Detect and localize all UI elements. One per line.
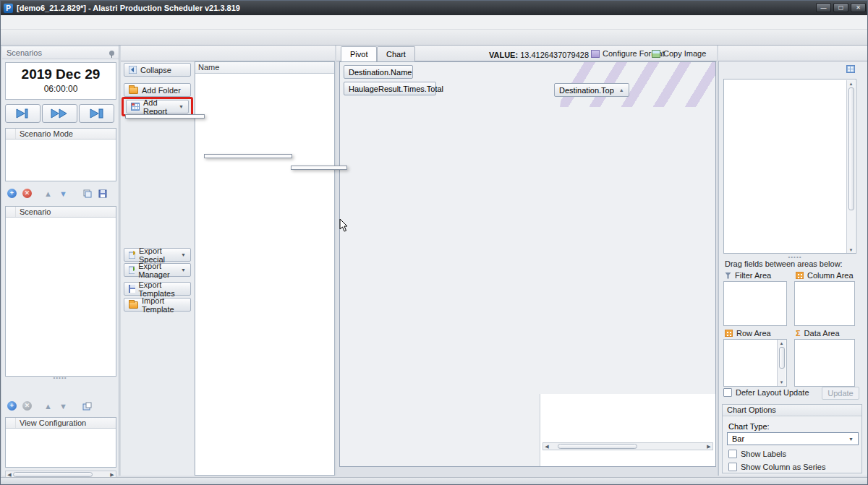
move-down-button[interactable]: ▼ <box>56 187 70 199</box>
splitter-right[interactable] <box>717 46 718 476</box>
play-to-end-button[interactable] <box>79 104 114 123</box>
report-icon <box>131 103 140 111</box>
copy-image-icon <box>652 50 660 58</box>
folder-icon <box>129 87 138 94</box>
scenarios-panel: Scenarios 2019 Dec 29 06:00:00 Scenari <box>2 46 119 476</box>
scenario-list-header: Scenario <box>16 207 51 217</box>
add-folder-button[interactable]: Add Folder <box>124 83 191 97</box>
schedule-time: 06:00:00 <box>6 84 116 94</box>
move-up-button[interactable]: ▲ <box>41 187 55 199</box>
report-actions-panel: Collapse Add Folder Add Report ▼ Export … <box>121 61 194 476</box>
tab-pivot[interactable]: Pivot <box>341 46 377 61</box>
copy-image-button[interactable]: Copy Image <box>652 49 706 58</box>
export-manager-button[interactable]: Export Manager ▼ <box>124 263 191 277</box>
column-area-header: Column Area <box>796 271 854 280</box>
splitter-grip[interactable]: ••••• <box>46 374 75 381</box>
bottom-tab-bar <box>5 382 119 398</box>
collapse-button[interactable]: Collapse <box>124 63 191 77</box>
field-folder-list: ▲▼ <box>723 79 856 254</box>
sigma-icon: Σ <box>796 329 801 338</box>
field-chooser-button[interactable] <box>843 63 857 75</box>
add-scenario-button[interactable]: + <box>5 187 19 199</box>
filter-area-icon <box>725 272 731 279</box>
fast-forward-button[interactable] <box>42 104 77 123</box>
minimize-button[interactable]: — <box>816 3 831 12</box>
mouse-cursor <box>339 219 349 233</box>
show-labels-checkbox[interactable] <box>728 450 737 458</box>
app-logo-icon: P <box>4 4 13 13</box>
add-report-highlight: Add Report ▼ <box>122 97 193 116</box>
tab-chart[interactable]: Chart <box>377 46 415 61</box>
scenario-table: Scenario <box>5 206 116 377</box>
window-bottom-edge <box>1 477 868 485</box>
view-config-table: View Configuration <box>5 417 116 468</box>
show-labels-row: Show Labels <box>728 450 786 458</box>
play-to-end-icon <box>89 108 105 119</box>
splitter-left[interactable] <box>119 46 121 476</box>
row-area-scrollbar[interactable]: ▲▼ <box>777 340 786 386</box>
row-area-icon <box>725 330 733 337</box>
add-view-config-button[interactable]: + <box>5 400 19 412</box>
chart-type-select[interactable]: Bar▼ <box>727 432 859 445</box>
column-area-box[interactable] <box>794 281 855 326</box>
update-button[interactable]: Update <box>822 387 859 400</box>
report-tree: Name <box>195 61 335 476</box>
view-config-toolbar: + ✕ ▲ ▼ <box>5 400 94 412</box>
view-config-up-button[interactable]: ▲ <box>41 400 55 412</box>
export-templates-icon <box>129 285 135 293</box>
pin-icon[interactable] <box>109 51 114 56</box>
maximize-button[interactable]: ▢ <box>833 3 848 12</box>
schedule-clock: 2019 Dec 29 06:00:00 <box>5 62 116 100</box>
import-template-button[interactable]: Import Template <box>124 298 191 312</box>
step-forward-button[interactable] <box>5 104 41 123</box>
show-column-as-series-checkbox[interactable] <box>728 463 737 471</box>
app-window: P [demo6_21.2.829*] - Alastri Production… <box>0 0 868 485</box>
export-templates-button[interactable]: Export Templates <box>124 282 191 296</box>
scenario-toolbar: + ✕ ▲ ▼ <box>5 187 109 199</box>
row-area-box[interactable]: ▲▼ <box>723 339 787 387</box>
splitter-tree[interactable] <box>335 46 336 476</box>
configure-format-icon <box>591 50 600 58</box>
show-column-as-series-row: Show Column as Series <box>728 463 825 471</box>
filter-area-header: Filter Area <box>725 271 771 280</box>
movements-submenu <box>204 154 292 158</box>
field-list-panel: ▲▼ ••••• Drag fields between areas below… <box>718 61 867 476</box>
pivot-body: Destination.Name HaulageResult.Times.Tot… <box>339 61 716 467</box>
delete-scenario-button[interactable]: ✕ <box>20 187 34 199</box>
export-special-icon <box>129 251 135 259</box>
playback-controls <box>5 104 116 124</box>
pivot-dataarea-empty <box>540 394 715 466</box>
column-field-destination-top[interactable]: Destination.Top▲ <box>554 83 629 97</box>
window-title: [demo6_21.2.829*] - Alastri Production S… <box>17 4 240 12</box>
filter-area-box[interactable] <box>723 281 787 326</box>
data-area-box[interactable] <box>794 339 855 387</box>
import-folder-icon <box>129 301 138 309</box>
add-report-menu <box>125 114 205 119</box>
scenario-mode-header: Scenario Mode <box>16 129 73 139</box>
tree-name-header[interactable]: Name <box>195 62 334 74</box>
content: Scenarios 2019 Dec 29 06:00:00 Scenari <box>1 46 868 477</box>
collapse-icon <box>129 66 137 74</box>
data-field-haulageresult-times-total[interactable]: HaulageResult.Times.Total <box>344 82 436 95</box>
save-scenario-button[interactable] <box>95 187 109 199</box>
export-special-button[interactable]: Export Special ▼ <box>124 248 191 262</box>
export-view-config-button[interactable] <box>80 400 94 412</box>
drag-hint: Drag fields between areas below: <box>725 259 843 268</box>
close-button[interactable]: ✕ <box>851 3 866 12</box>
schedule-date: 2019 Dec 29 <box>6 66 116 82</box>
pivot-hscrollbar[interactable]: ◀▶ <box>542 442 713 450</box>
chart-type-label: Chart Type: <box>728 422 770 431</box>
row-area-header: Row Area <box>725 329 771 338</box>
filter-field-destination-name[interactable]: Destination.Name <box>344 65 413 79</box>
defer-layout-row: Defer Layout Update <box>723 388 809 397</box>
field-list-scrollbar[interactable]: ▲▼ <box>846 80 855 254</box>
delete-view-config-button[interactable]: ✕ <box>20 400 34 412</box>
add-report-button[interactable]: Add Report ▼ <box>126 100 189 113</box>
copy-scenario-button[interactable] <box>80 187 94 199</box>
chart-options-group: Chart Options Chart Type: Bar▼ Show Labe… <box>722 404 862 473</box>
menu-bar <box>1 15 868 30</box>
pivot-rowarea-empty <box>341 394 540 466</box>
view-config-down-button[interactable]: ▼ <box>56 400 70 412</box>
defer-layout-checkbox[interactable] <box>723 388 732 397</box>
export-manager-icon <box>129 266 135 274</box>
